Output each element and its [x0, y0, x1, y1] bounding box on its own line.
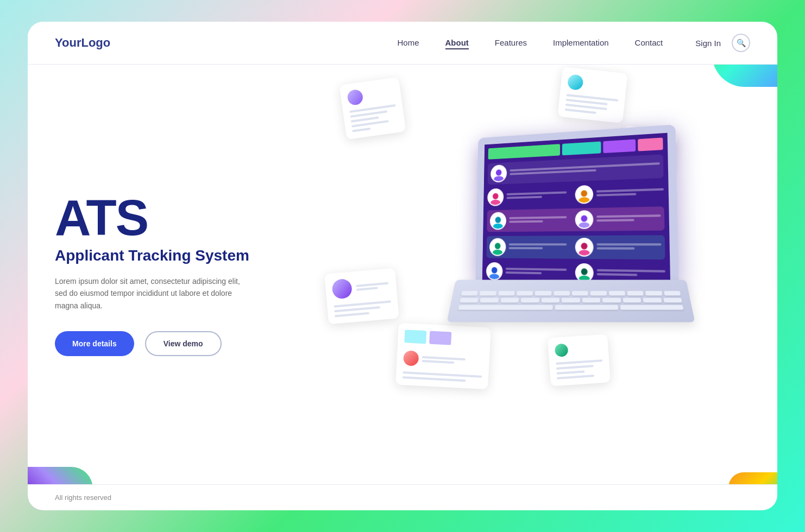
nav-link-home[interactable]: Home: [397, 38, 419, 47]
laptop-illustration: [435, 119, 718, 402]
candidate-row-2: [487, 182, 664, 206]
nav-right: Sign In 🔍: [695, 34, 750, 52]
main-card: YourLogo Home About Features Implementat…: [28, 22, 777, 510]
left-section: ATS Applicant Tracking System Lorem ipsu…: [55, 193, 316, 356]
nav-link-features[interactable]: Features: [495, 38, 527, 47]
more-details-button[interactable]: More details: [55, 331, 134, 356]
button-group: More details View demo: [55, 331, 316, 356]
nav-item-features[interactable]: Features: [495, 38, 527, 48]
hero-description: Lorem ipsum dolor sit amet, consectetur …: [55, 275, 250, 312]
signin-link[interactable]: Sign In: [695, 39, 721, 48]
laptop-screen: [476, 124, 679, 286]
copyright-text: All rights reserved: [55, 493, 111, 502]
doc-card-top-right: [558, 67, 628, 123]
footer: All rights reserved: [28, 484, 777, 510]
view-demo-button[interactable]: View demo: [145, 331, 222, 356]
doc-card-bottom-left: [324, 268, 399, 325]
right-section: [316, 65, 750, 484]
search-button[interactable]: 🔍: [732, 34, 750, 52]
nav-links: Home About Features Implementation Conta…: [397, 38, 663, 48]
nav-item-home[interactable]: Home: [397, 38, 419, 48]
nav-link-contact[interactable]: Contact: [635, 38, 663, 47]
doc-card-top-left: [339, 77, 406, 140]
navbar: YourLogo Home About Features Implementat…: [28, 22, 777, 65]
main-content: ATS Applicant Tracking System Lorem ipsu…: [28, 65, 777, 484]
nav-item-about[interactable]: About: [445, 38, 469, 48]
laptop-keyboard: [446, 280, 695, 322]
logo: YourLogo: [55, 36, 110, 50]
nav-item-implementation[interactable]: Implementation: [553, 38, 609, 48]
nav-link-implementation[interactable]: Implementation: [553, 38, 609, 47]
hero-subtitle: Applicant Tracking System: [55, 247, 316, 264]
candidate-row-1: [488, 154, 664, 185]
hero-title: ATS: [55, 193, 316, 243]
nav-link-about[interactable]: About: [445, 38, 469, 49]
nav-item-contact[interactable]: Contact: [635, 38, 663, 48]
candidate-row-3: [487, 206, 664, 232]
search-icon: 🔍: [737, 39, 746, 47]
candidate-row-4: [487, 235, 665, 259]
